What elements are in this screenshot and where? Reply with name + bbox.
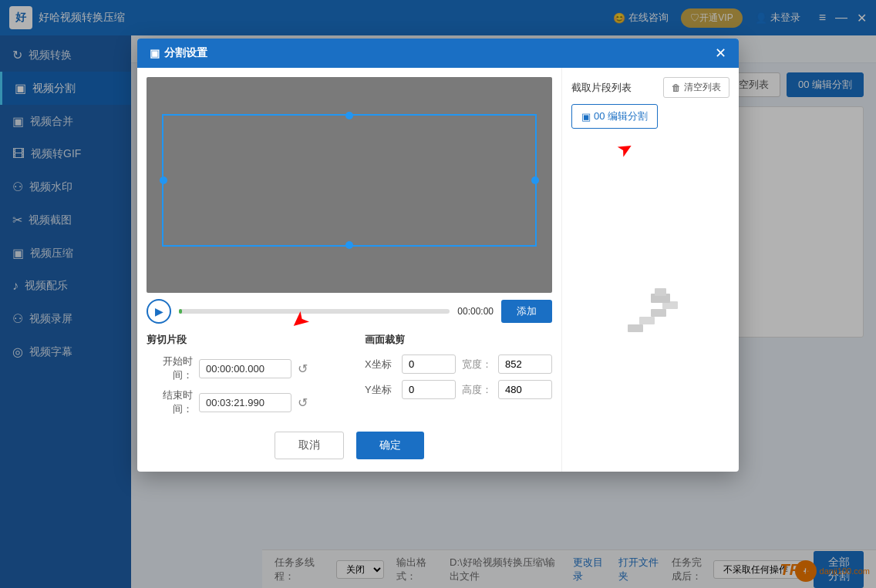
x-coord-input[interactable]: [402, 354, 456, 374]
playback-row: ▶ 00:00:00 添加: [147, 299, 552, 324]
modal-overlay: ▣ 分割设置 ✕: [0, 0, 876, 588]
y-coord-row: Y坐标 高度：: [365, 380, 552, 399]
progress-fill: [179, 309, 182, 314]
split-settings-modal: ▣ 分割设置 ✕: [137, 39, 739, 472]
svg-rect-0: [628, 324, 643, 332]
edit-split-modal-button[interactable]: ▣ 00 编辑分割: [571, 104, 658, 129]
height-label: 高度：: [462, 383, 492, 397]
stairs-illustration: [620, 282, 682, 344]
end-time-label: 结束时间：: [147, 388, 193, 416]
modal-left-panel: ▶ 00:00:00 添加 ➤: [137, 68, 561, 472]
end-time-row: 结束时间： ↺: [147, 388, 334, 416]
video-preview: [147, 77, 552, 293]
trash-icon: 🗑: [672, 82, 681, 93]
modal-content: ▶ 00:00:00 添加 ➤: [137, 68, 739, 472]
crop-section: 画面裁剪 X坐标 宽度： Y坐标 高度：: [365, 333, 552, 422]
x-coord-row: X坐标 宽度：: [365, 354, 552, 374]
modal-title-icon: ▣: [150, 47, 160, 59]
start-time-label: 开始时间：: [147, 354, 193, 382]
width-input[interactable]: [498, 354, 552, 374]
clip-section: 剪切片段 开始时间： ↺ 结束时间： ↺: [147, 333, 334, 422]
clear-list-button[interactable]: 🗑 清空列表: [663, 77, 729, 98]
end-time-input[interactable]: [199, 393, 291, 412]
arrow-area: ➤: [571, 138, 729, 160]
progress-bar[interactable]: [179, 309, 450, 314]
crop-handle-right[interactable]: [531, 176, 539, 184]
cancel-button[interactable]: 取消: [275, 432, 344, 459]
list-title: 截取片段列表: [571, 81, 632, 95]
crop-handle-top[interactable]: [345, 112, 353, 119]
svg-rect-2: [651, 309, 666, 317]
svg-rect-5: [655, 288, 666, 296]
start-time-refresh-icon[interactable]: ↺: [298, 361, 308, 376]
crop-handle-bottom[interactable]: [345, 241, 353, 249]
width-label: 宽度：: [462, 358, 492, 371]
modal-footer: 取消 确定: [137, 432, 561, 472]
end-time-refresh-icon[interactable]: ↺: [298, 395, 308, 410]
play-button[interactable]: ▶: [147, 299, 171, 324]
start-time-input[interactable]: [199, 359, 291, 378]
clip-settings: 剪切片段 开始时间： ↺ 结束时间： ↺: [147, 333, 552, 422]
clip-settings-area: ➤ 剪切片段 开始时间： ↺ 结束时间：: [137, 324, 561, 432]
clip-section-title: 剪切片段: [147, 333, 334, 347]
x-coord-label: X坐标: [365, 358, 396, 371]
modal-close-button[interactable]: ✕: [715, 46, 726, 60]
edit-split-icon: ▣: [581, 111, 591, 123]
empty-list-area: [571, 166, 729, 462]
time-display: 00:00:00: [457, 306, 494, 317]
red-arrow-2: ➤: [613, 136, 637, 162]
svg-rect-1: [639, 317, 655, 324]
y-coord-label: Y坐标: [365, 383, 396, 397]
empty-state: [620, 282, 682, 346]
crop-handle-left[interactable]: [160, 176, 167, 184]
modal-right-panel: 截取片段列表 🗑 清空列表 ▣ 00 编辑分割 ➤: [561, 68, 739, 472]
height-input[interactable]: [498, 380, 552, 399]
right-panel-header: 截取片段列表 🗑 清空列表: [571, 77, 729, 98]
modal-header: ▣ 分割设置 ✕: [137, 39, 739, 68]
add-segment-button[interactable]: 添加: [501, 300, 552, 323]
play-icon: ▶: [155, 305, 163, 318]
start-time-row: 开始时间： ↺: [147, 354, 334, 382]
modal-title: ▣ 分割设置: [150, 46, 207, 60]
confirm-button[interactable]: 确定: [356, 432, 424, 459]
crop-section-title: 画面裁剪: [365, 333, 552, 347]
y-coord-input[interactable]: [402, 380, 456, 399]
crop-overlay[interactable]: [162, 114, 537, 247]
